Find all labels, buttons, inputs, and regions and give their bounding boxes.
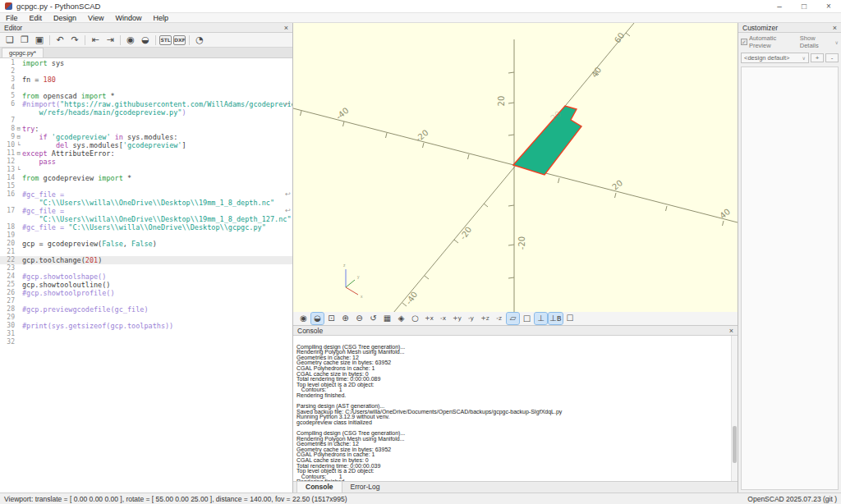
line-number xyxy=(0,215,15,223)
code-line[interactable]: 15 xyxy=(0,182,292,190)
unindent-button[interactable]: ⇤ xyxy=(89,34,102,46)
show-axes-icon[interactable]: ⊥ xyxy=(535,313,547,324)
render-icon[interactable]: ◒ xyxy=(311,313,324,324)
zoom-all-icon[interactable]: ⊡ xyxy=(325,313,338,324)
undo-button[interactable]: ↶ xyxy=(53,34,67,46)
code-editor[interactable]: 1import sys23fn = 18045from openscad imp… xyxy=(0,58,292,493)
view-plus-y-icon[interactable]: +y xyxy=(451,313,463,324)
code-line[interactable]: 10└ del sys.modules['gcodepreview'] xyxy=(0,141,292,149)
export-dxf-button[interactable]: DXF xyxy=(173,35,186,45)
code-line[interactable]: 16#gc_file =↩ xyxy=(0,190,292,199)
code-line[interactable]: 22gcp.toolchange(201) xyxy=(0,256,292,264)
close-button[interactable]: × xyxy=(816,2,841,11)
code-line[interactable]: 14from gcodepreview import * xyxy=(0,174,292,182)
code-line[interactable]: 3fn = 180 xyxy=(0,76,292,84)
code-line[interactable]: 9⊟ if 'gcodepreview' in sys.modules: xyxy=(0,133,292,141)
wrap-indicator-icon: ↩ xyxy=(285,207,291,215)
code-line[interactable]: 30#print(sys.getsizeof(gcp.toolpaths)) xyxy=(0,322,292,330)
code-line[interactable]: 23 xyxy=(0,264,292,273)
fold-marker-icon[interactable]: └ xyxy=(15,166,22,174)
export-stl-button[interactable]: STL xyxy=(159,35,172,45)
redo-button[interactable]: ↷ xyxy=(68,34,81,46)
save-button[interactable]: ▣ xyxy=(33,34,46,46)
menu-window[interactable]: Window xyxy=(109,13,147,23)
menu-help[interactable]: Help xyxy=(147,13,174,23)
code-line[interactable]: 12 pass xyxy=(0,158,292,166)
code-line-continuation[interactable]: "C:\\Users\\willa\\OneDrive\\Desktop\\19… xyxy=(0,199,292,207)
code-line[interactable]: 5from openscad import * xyxy=(0,92,292,100)
indent-button[interactable]: ⇥ xyxy=(103,34,117,46)
maximize-button[interactable]: □ xyxy=(792,2,816,11)
code-line[interactable]: 29 xyxy=(0,314,292,322)
menu-edit[interactable]: Edit xyxy=(24,13,48,23)
preview-button[interactable]: ◉ xyxy=(124,34,137,46)
orthographic-icon[interactable]: □ xyxy=(521,313,533,324)
preview-icon[interactable]: ◉ xyxy=(297,313,310,324)
console-scrollbar-thumb[interactable] xyxy=(733,426,737,463)
preset-add-button[interactable]: + xyxy=(811,53,824,62)
view-minus-x-icon[interactable]: -x xyxy=(437,313,449,324)
new-file-button[interactable]: ❏ xyxy=(3,34,16,46)
3d-viewport[interactable]: -40-2020404060-20-4020-2020 xyz xyxy=(293,23,738,312)
show-details-dropdown[interactable]: Show Details xyxy=(800,34,834,49)
open-button[interactable]: ❐ xyxy=(18,34,31,46)
view-plus-z-icon[interactable]: +z xyxy=(479,313,491,324)
center-view-icon[interactable]: ◈ xyxy=(395,313,407,324)
code-line[interactable]: 4 xyxy=(0,84,292,92)
code-line[interactable]: 11⊟except AttributeError: xyxy=(0,149,292,158)
fold-marker-icon[interactable]: ⊟ xyxy=(15,149,22,158)
render-button[interactable]: ◒ xyxy=(139,34,152,46)
fold-marker-icon[interactable]: ⊟ xyxy=(15,133,22,141)
measure-icon[interactable]: ☐ xyxy=(564,313,577,324)
zoom-in-icon[interactable]: ⊕ xyxy=(339,313,352,324)
preset-remove-button[interactable]: - xyxy=(825,53,839,62)
code-line[interactable]: 17#gc_file =↩ xyxy=(0,207,292,215)
console-close-icon[interactable]: × xyxy=(729,327,733,335)
code-line[interactable]: 13└ xyxy=(0,166,292,174)
code-line[interactable]: 26#gcp.showtoolprofile() xyxy=(0,289,292,297)
console-scrollbar[interactable] xyxy=(731,336,738,481)
automatic-preview-checkbox[interactable]: ✓ xyxy=(741,39,747,45)
show-scale-markers-icon[interactable]: ⊥ʙ xyxy=(549,313,563,324)
code-line[interactable]: 25gcp.showtooloutline() xyxy=(0,281,292,289)
code-line[interactable]: 7 xyxy=(0,117,292,125)
print-service-button[interactable]: ◔ xyxy=(193,34,206,46)
code-line[interactable]: 18#gc_file = "C:\\Users\\willa\\OneDrive… xyxy=(0,223,292,231)
code-line[interactable]: 2 xyxy=(0,67,292,76)
view-minus-y-icon[interactable]: -y xyxy=(465,313,477,324)
code-line[interactable]: 19 xyxy=(0,231,292,240)
customizer-close-icon[interactable]: × xyxy=(833,24,837,32)
animate-icon[interactable]: ○ xyxy=(409,313,421,324)
code-text: "C:\\Users\\willa\\OneDrive\\Desktop\\19… xyxy=(22,199,274,207)
code-line-continuation[interactable]: w/refs/heads/main/gcodepreview.py") xyxy=(0,108,292,117)
reset-view-icon[interactable]: ↺ xyxy=(367,313,379,324)
code-line[interactable]: 1import sys xyxy=(0,59,292,67)
perspective-icon[interactable]: ▱ xyxy=(507,313,519,324)
menu-design[interactable]: Design xyxy=(48,13,82,23)
editor-tab[interactable]: gcpgc.py* xyxy=(2,48,44,57)
code-line[interactable]: 27 xyxy=(0,297,292,305)
preset-dropdown[interactable]: <design default> ∨ xyxy=(741,53,809,63)
code-line[interactable]: 31 xyxy=(0,330,292,338)
console-tab-error-log[interactable]: Error-Log xyxy=(342,482,388,493)
code-line[interactable]: 28#gcp.previewgcodefile(gc_file) xyxy=(0,305,292,314)
code-line[interactable]: 8⊟try: xyxy=(0,125,292,133)
view-minus-z-icon[interactable]: -z xyxy=(493,313,505,324)
menu-file[interactable]: File xyxy=(0,13,24,23)
minimize-button[interactable]: – xyxy=(767,2,792,11)
code-line[interactable]: 32 xyxy=(0,338,292,346)
editor-close-icon[interactable]: × xyxy=(284,24,288,32)
view-plus-x-icon[interactable]: +x xyxy=(423,313,435,324)
code-line[interactable]: 20gcp = gcodepreview(False, False) xyxy=(0,240,292,248)
code-line[interactable]: 6#nimport("https://raw.githubusercontent… xyxy=(0,100,292,108)
code-text: try: xyxy=(22,125,39,133)
zoom-out-icon[interactable]: ⊖ xyxy=(353,313,365,324)
code-line[interactable]: 21 xyxy=(0,248,292,256)
menu-view[interactable]: View xyxy=(82,13,109,23)
code-line[interactable]: 24#gcp.showtoolshape() xyxy=(0,273,292,281)
fold-marker-icon[interactable]: └ xyxy=(15,141,22,149)
code-line-continuation[interactable]: "C:\\Users\\willa\\OneDrive\\Desktop\\19… xyxy=(0,215,292,223)
console-tab-console[interactable]: Console xyxy=(296,481,342,493)
fold-marker-icon[interactable]: ⊟ xyxy=(15,125,22,133)
view-all-icon[interactable]: ▦ xyxy=(381,313,393,324)
